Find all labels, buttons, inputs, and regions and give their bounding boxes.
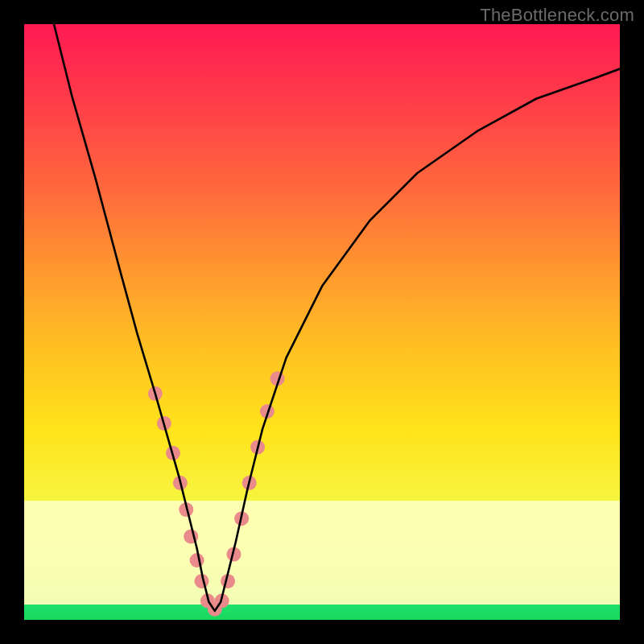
marker-dot — [190, 553, 204, 568]
plot-area — [24, 24, 620, 620]
curve-layer — [24, 24, 620, 620]
bottleneck-curve — [54, 24, 620, 611]
chart-frame: TheBottleneck.com — [0, 0, 644, 644]
marker-dots — [148, 371, 285, 616]
watermark-label: TheBottleneck.com — [480, 5, 634, 26]
